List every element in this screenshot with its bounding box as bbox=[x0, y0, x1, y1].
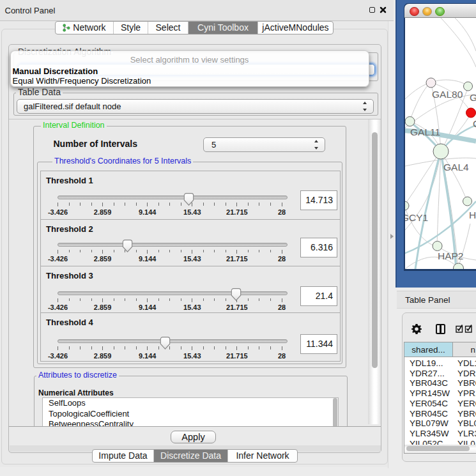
svg-text:GAL4: GAL4 bbox=[443, 162, 469, 173]
svg-text:C: C bbox=[473, 118, 476, 129]
svg-text:GAL11: GAL11 bbox=[410, 127, 440, 137]
svg-text:GA: GA bbox=[470, 92, 476, 103]
svg-text:GCY1: GCY1 bbox=[405, 212, 428, 223]
svg-text:GAL80: GAL80 bbox=[432, 89, 463, 100]
svg-text:HAP2: HAP2 bbox=[438, 250, 464, 261]
svg-text:H: H bbox=[469, 210, 476, 220]
